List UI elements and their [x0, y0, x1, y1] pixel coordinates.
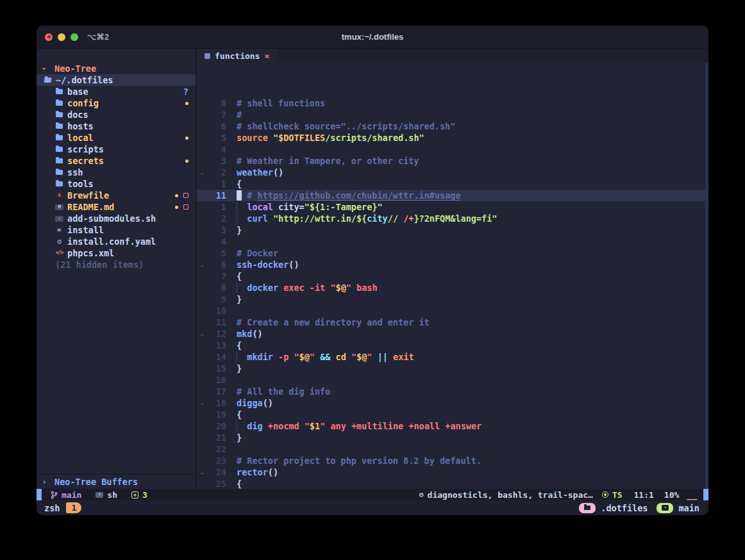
code-line-current[interactable]: 11 # https://github.com/chubin/wttr.in#u… — [197, 190, 708, 201]
code-line[interactable]: 13{ — [197, 340, 708, 351]
code-line[interactable]: 22 — [197, 443, 708, 455]
tree-item-ssh[interactable]: ssh — [37, 167, 196, 178]
fold-chevron-icon: › — [197, 262, 208, 270]
line-number: 3 — [207, 224, 226, 236]
code-line[interactable]: 1{ — [197, 178, 708, 190]
tree-item-config[interactable]: config — [37, 97, 196, 109]
code-line[interactable]: 14▏ mkdir -p "$@" && cd "$@" || exit — [197, 351, 708, 363]
code-line[interactable]: 8# shell functions — [197, 97, 708, 109]
tree-item-add-submodules-sh[interactable]: ›add-submodules.sh — [37, 213, 196, 224]
code-line[interactable]: ›12mkd() — [197, 328, 708, 340]
tree-item-label: tools — [67, 178, 94, 190]
tree-item-label: secrets — [67, 155, 104, 167]
xml-icon: </> — [56, 247, 63, 259]
code-line[interactable]: 3# Weather in Tampere, or other city — [197, 155, 708, 167]
code-line[interactable]: 17# All the dig info — [197, 386, 708, 397]
tree-item-install-conf-yaml[interactable]: ⚙install.conf.yaml — [37, 236, 196, 247]
tree-item-label: phpcs.xml — [67, 247, 114, 259]
code-line[interactable]: 3} — [197, 224, 708, 236]
git-modified-badge — [185, 160, 188, 163]
tree-item-tools[interactable]: tools — [37, 178, 196, 190]
tree-item-base[interactable]: base? — [37, 86, 196, 97]
code-line[interactable]: 16 — [197, 374, 708, 386]
git-branch-icon — [51, 491, 58, 499]
tmux-window-badge[interactable]: 1 — [66, 502, 81, 513]
close-window-button[interactable] — [45, 33, 53, 41]
code-line[interactable]: 5source "$DOTFILES/scripts/shared.sh" — [197, 132, 708, 144]
directory-badge — [579, 503, 596, 513]
code-line[interactable]: 4 — [197, 144, 708, 155]
tab-close-icon[interactable]: × — [264, 51, 269, 61]
tab-functions[interactable]: functions × — [197, 49, 277, 63]
line-number: 6 — [207, 259, 226, 270]
code-line[interactable]: ›2weather() — [197, 167, 708, 178]
branch-badge: › — [657, 503, 673, 513]
tree-item-docs[interactable]: docs — [37, 109, 196, 120]
line-number: 3 — [207, 155, 226, 167]
statusline-indicator: __ — [687, 490, 697, 500]
git-status-badge — [183, 204, 188, 210]
code-line[interactable]: 19{ — [197, 409, 708, 420]
tree-item-hosts[interactable]: hosts — [37, 120, 196, 132]
brew-icon: ♦ — [57, 190, 62, 201]
code-line[interactable]: 21} — [197, 432, 708, 443]
code-line[interactable]: 1▏ local city="${1:-Tampere}" — [197, 201, 708, 213]
tree-item-scripts[interactable]: scripts — [37, 144, 196, 155]
code-line[interactable]: 9} — [197, 293, 708, 305]
gear-icon: ⚙ — [57, 236, 62, 247]
code-line[interactable]: ›24rector() — [197, 466, 708, 478]
code-line[interactable]: 10 — [197, 305, 708, 317]
code-line[interactable]: ›6ssh-docker() — [197, 259, 708, 270]
code-line[interactable]: 25{ — [197, 478, 708, 489]
code-line[interactable]: 7# — [197, 109, 708, 120]
tree-item-label: README.md — [67, 201, 114, 213]
tree-item-local[interactable]: local — [37, 132, 196, 144]
fold-chevron-icon: › — [197, 470, 208, 477]
code-line[interactable]: 7{ — [197, 270, 708, 282]
code-line[interactable]: 2▏ curl "http://wttr.in/${city// /+}?2nF… — [197, 213, 708, 224]
tree-item-readme-md[interactable]: MREADME.md — [37, 201, 196, 213]
code-line[interactable]: 4 — [197, 236, 708, 247]
editor-pane: functions × 8# shell functions7#6# shell… — [197, 49, 708, 489]
folder-icon — [56, 124, 63, 129]
minimize-window-button[interactable] — [58, 33, 65, 41]
fold-chevron-icon: › — [197, 331, 208, 339]
git-modified-badge — [185, 102, 188, 105]
folder-icon — [584, 506, 590, 510]
tree-item-label: docs — [67, 109, 88, 120]
tmux-session-name[interactable]: zsh — [44, 503, 60, 513]
code-line[interactable]: ›18digga() — [197, 397, 708, 409]
folder-icon — [56, 135, 63, 140]
line-number: 23 — [207, 455, 226, 466]
tree-item-phpcs-xml[interactable]: </>phpcs.xml — [37, 247, 196, 259]
tree-item-root[interactable]: ~/.dotfiles — [37, 74, 196, 86]
line-number: 25 — [207, 478, 226, 489]
code-buffer[interactable]: 8# shell functions7#6# shellcheck source… — [197, 63, 708, 489]
scroll-percent: 10% — [664, 490, 679, 500]
tabline: functions × — [197, 49, 708, 63]
plus-box-icon — [131, 491, 138, 498]
line-number: 11 — [207, 317, 226, 328]
git-status-badge — [183, 193, 188, 198]
tree-item-install[interactable]: ∗install — [37, 224, 196, 236]
line-number: 17 — [207, 386, 226, 397]
neotree-buffers-header[interactable]: › Neo-Tree Buffers — [37, 474, 196, 489]
tree-item-label: config — [67, 97, 99, 109]
line-number: 22 — [207, 443, 226, 455]
filetype-widget: › sh — [96, 490, 117, 500]
tree-item-secrets[interactable]: secrets — [37, 155, 196, 167]
chevron-right-icon: › — [40, 476, 48, 488]
code-line[interactable]: 23# Rector project to php version 8.2 by… — [197, 455, 708, 466]
line-number: 4 — [207, 236, 226, 247]
zoom-window-button[interactable] — [71, 33, 78, 41]
line-number: 11 — [207, 190, 226, 201]
code-line[interactable]: 6# shellcheck source="../scripts/shared.… — [197, 120, 708, 132]
code-line[interactable]: 20▏ dig +nocmd "$1" any +multiline +noal… — [197, 420, 708, 432]
code-line[interactable]: 5# Docker — [197, 247, 708, 259]
line-number: 10 — [207, 305, 226, 317]
line-number: 2 — [207, 167, 226, 178]
tree-item-brewfile[interactable]: ♦Brewfile — [37, 190, 196, 201]
code-line[interactable]: 11# Create a new directory and enter it — [197, 317, 708, 328]
code-line[interactable]: 8▏ docker exec -it "$@" bash — [197, 282, 708, 293]
code-line[interactable]: 15} — [197, 363, 708, 374]
